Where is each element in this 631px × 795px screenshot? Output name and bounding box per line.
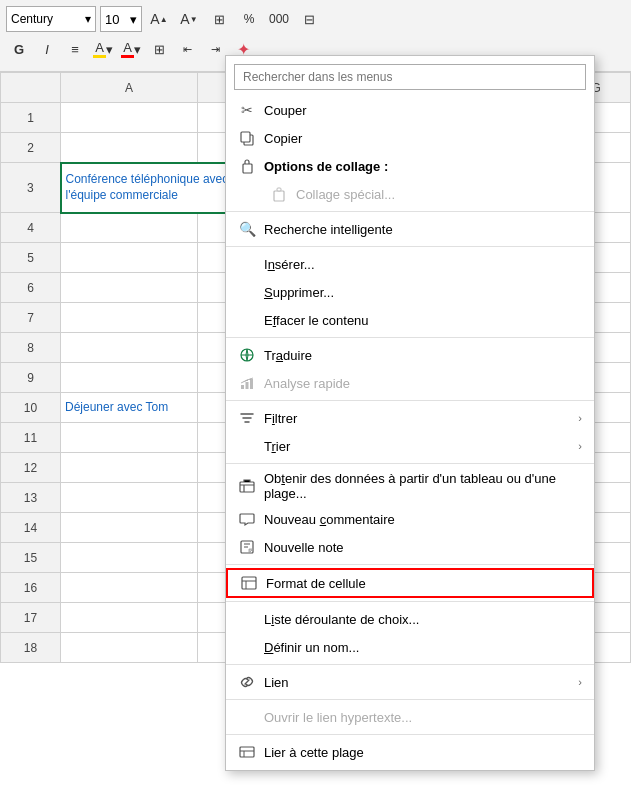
format-cell-icon xyxy=(240,574,258,592)
effacer-label: Effacer le contenu xyxy=(264,313,582,328)
menu-item-traduire[interactable]: Traduire xyxy=(226,341,594,369)
menu-item-effacer[interactable]: Effacer le contenu xyxy=(226,306,594,334)
corner-header xyxy=(1,73,61,103)
menu-item-copier[interactable]: Copier xyxy=(226,124,594,152)
highlight-button[interactable]: A▾ xyxy=(90,36,116,62)
svg-rect-3 xyxy=(274,191,284,201)
font-select[interactable]: Century ▾ xyxy=(6,6,96,32)
col-A[interactable]: A xyxy=(61,73,198,103)
font-size-dropdown-icon: ▾ xyxy=(130,12,137,27)
cell-dejeuner[interactable]: Déjeuner avec Tom xyxy=(61,393,198,423)
lier-plage-label: Lier à cette plage xyxy=(264,745,582,760)
menu-item-supprimer[interactable]: Supprimer... xyxy=(226,278,594,306)
grow-font-button[interactable]: A▲ xyxy=(146,6,172,32)
cell[interactable] xyxy=(61,133,198,163)
menu-item-liste-deroulante[interactable]: Liste déroulante de choix... xyxy=(226,605,594,633)
font-dropdown-icon: ▾ xyxy=(85,12,91,26)
couper-label: Couper xyxy=(264,103,582,118)
separator-7 xyxy=(226,601,594,602)
percent-button[interactable]: % xyxy=(236,6,262,32)
row-num: 2 xyxy=(1,133,61,163)
separator-6 xyxy=(226,564,594,565)
menu-item-collage-special[interactable]: Collage spécial... xyxy=(226,180,594,208)
separator-1 xyxy=(226,211,594,212)
svg-rect-6 xyxy=(241,385,244,389)
font-name-label: Century xyxy=(11,12,53,26)
separator-4 xyxy=(226,400,594,401)
ouvrir-lien-label: Ouvrir le lien hypertexte... xyxy=(264,710,582,725)
obtenir-donnees-label: Obtenir des données à partir d'un tablea… xyxy=(264,471,582,501)
menu-item-obtenir-donnees[interactable]: Obtenir des données à partir d'un tablea… xyxy=(226,467,594,505)
menu-search-input[interactable] xyxy=(234,64,586,90)
svg-rect-9 xyxy=(240,482,254,492)
svg-rect-12 xyxy=(242,577,256,589)
menu-item-trier[interactable]: Trier › xyxy=(226,432,594,460)
lien-label: Lien xyxy=(264,675,570,690)
menu-item-ouvrir-lien[interactable]: Ouvrir le lien hypertexte... xyxy=(226,703,594,731)
font-size-label: 10 xyxy=(105,12,119,27)
separator-10 xyxy=(226,734,594,735)
quick-analysis-icon xyxy=(238,374,256,392)
trier-arrow: › xyxy=(578,440,582,452)
nouvelle-note-label: Nouvelle note xyxy=(264,540,582,555)
menu-item-recherche-intelligente[interactable]: 🔍 Recherche intelligente xyxy=(226,215,594,243)
format-cellule-label: Format de cellule xyxy=(266,576,580,591)
separator-9 xyxy=(226,699,594,700)
smart-search-icon: 🔍 xyxy=(238,220,256,238)
svg-rect-8 xyxy=(250,379,253,389)
menu-item-nouvelle-note[interactable]: Nouvelle note xyxy=(226,533,594,561)
get-data-icon xyxy=(238,477,256,495)
borders-btn2[interactable]: ⊞ xyxy=(146,36,172,62)
menu-item-analyse-rapide[interactable]: Analyse rapide xyxy=(226,369,594,397)
nouveau-commentaire-label: Nouveau commentaire xyxy=(264,512,582,527)
format-button[interactable]: ⊞ xyxy=(206,6,232,32)
svg-rect-4 xyxy=(277,188,281,191)
filtrer-arrow: › xyxy=(578,412,582,424)
menu-item-options-collage-header: Options de collage : xyxy=(226,152,594,180)
analyse-rapide-label: Analyse rapide xyxy=(264,376,582,391)
row-num: 10 xyxy=(1,393,61,423)
scissors-icon: ✂ xyxy=(238,101,256,119)
font-color-button[interactable]: A▾ xyxy=(118,36,144,62)
collage-special-label: Collage spécial... xyxy=(296,187,582,202)
insert-icon xyxy=(238,255,256,273)
menu-item-couper[interactable]: ✂ Couper xyxy=(226,96,594,124)
supprimer-label: Supprimer... xyxy=(264,285,582,300)
indent-decrease[interactable]: ⇤ xyxy=(174,36,200,62)
menu-item-inserer[interactable]: Insérer... xyxy=(226,250,594,278)
dropdown-list-icon xyxy=(238,610,256,628)
menu-item-lien[interactable]: Lien › xyxy=(226,668,594,696)
sort-icon xyxy=(238,437,256,455)
menu-item-definir-nom[interactable]: Définir un nom... xyxy=(226,633,594,661)
menu-item-lier-plage[interactable]: Lier à cette plage xyxy=(226,738,594,766)
recherche-intelligente-label: Recherche intelligente xyxy=(264,222,582,237)
cell[interactable] xyxy=(61,103,198,133)
row-num: 1 xyxy=(1,103,61,133)
svg-rect-1 xyxy=(241,132,250,142)
align-button[interactable]: ≡ xyxy=(62,36,88,62)
separator-8 xyxy=(226,664,594,665)
italic-button[interactable]: I xyxy=(34,36,60,62)
menu-item-format-cellule[interactable]: Format de cellule xyxy=(226,568,594,598)
svg-rect-7 xyxy=(246,382,249,389)
bold-button[interactable]: G xyxy=(6,36,32,62)
search-box-container xyxy=(226,60,594,96)
new-note-icon xyxy=(238,538,256,556)
menu-item-filtrer[interactable]: Filtrer › xyxy=(226,404,594,432)
paste-special-icon xyxy=(270,185,288,203)
menu-item-nouveau-commentaire[interactable]: Nouveau commentaire xyxy=(226,505,594,533)
define-name-icon xyxy=(238,638,256,656)
comma-button[interactable]: 000 xyxy=(266,6,292,32)
options-collage-header-label: Options de collage : xyxy=(264,159,582,174)
filtrer-label: Filtrer xyxy=(264,411,570,426)
inserer-label: Insérer... xyxy=(264,257,582,272)
paste-options-icon xyxy=(238,157,256,175)
toolbar-row1: Century ▾ 10 ▾ A▲ A▼ ⊞ % 000 ⊟ xyxy=(6,4,625,34)
open-hyperlink-icon xyxy=(238,708,256,726)
clear-icon xyxy=(238,311,256,329)
shrink-font-button[interactable]: A▼ xyxy=(176,6,202,32)
translate-icon xyxy=(238,346,256,364)
borders-button[interactable]: ⊟ xyxy=(296,6,322,32)
font-size-select[interactable]: 10 ▾ xyxy=(100,6,142,32)
new-comment-icon xyxy=(238,510,256,528)
